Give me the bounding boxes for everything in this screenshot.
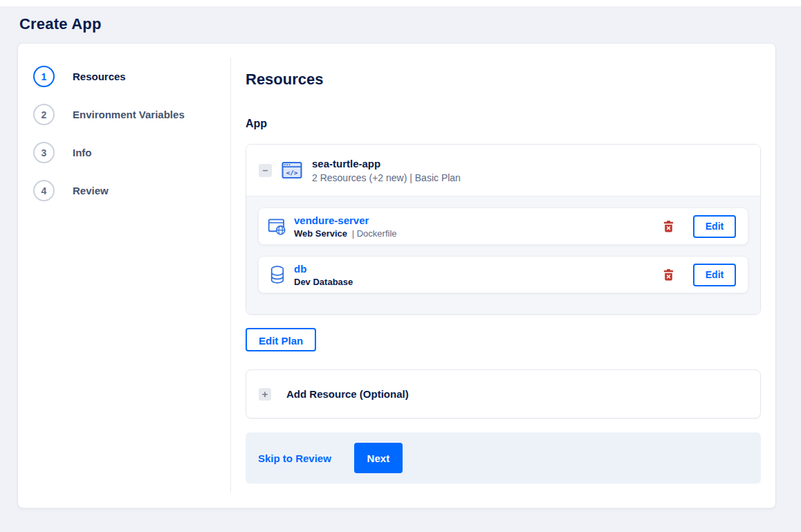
resource-name-link[interactable]: db bbox=[294, 263, 355, 275]
app-card-header: – </> sea-turtle-app 2 Resources (+2 new… bbox=[246, 145, 760, 196]
plus-icon: + bbox=[259, 388, 271, 401]
step-number-badge: 2 bbox=[33, 104, 55, 125]
resource-type: Web Service bbox=[294, 228, 347, 239]
resource-subtitle: Dev Database bbox=[294, 277, 355, 287]
resource-text: db Dev Database bbox=[294, 263, 355, 287]
resource-row: db Dev Database bbox=[258, 256, 748, 293]
database-icon bbox=[268, 266, 286, 284]
step-number-badge: 1 bbox=[33, 66, 55, 87]
page-title: Create App bbox=[0, 6, 801, 33]
app-code-window-icon: </> bbox=[282, 160, 302, 181]
delete-resource-trash-icon[interactable] bbox=[662, 268, 675, 282]
step-label: Resources bbox=[73, 71, 126, 82]
panel-heading: Resources bbox=[246, 71, 761, 89]
resource-actions: Edit bbox=[662, 264, 736, 286]
edit-plan-button[interactable]: Edit Plan bbox=[246, 328, 316, 351]
create-app-card: 1 Resources 2 Environment Variables 3 In… bbox=[17, 43, 776, 508]
resource-text: vendure-server Web Service | Dockerfile bbox=[294, 214, 397, 239]
app-section-label: App bbox=[246, 118, 761, 130]
resource-name-link[interactable]: vendure-server bbox=[294, 214, 397, 226]
add-resource-label: Add Resource (Optional) bbox=[286, 388, 409, 400]
skip-to-review-link[interactable]: Skip to Review bbox=[258, 452, 331, 464]
app-summary: 2 Resources (+2 new) | Basic Plan bbox=[312, 172, 461, 183]
resource-row: vendure-server Web Service | Dockerfile bbox=[258, 208, 748, 245]
delete-resource-trash-icon[interactable] bbox=[662, 219, 675, 234]
step-review[interactable]: 4 Review bbox=[18, 172, 230, 210]
resource-subtitle: Web Service | Dockerfile bbox=[294, 228, 397, 239]
wizard-stepper: 1 Resources 2 Environment Variables 3 In… bbox=[18, 57, 231, 493]
top-strip bbox=[0, 0, 801, 6]
step-resources[interactable]: 1 Resources bbox=[18, 57, 230, 95]
step-number-badge: 3 bbox=[33, 142, 55, 163]
add-resource-button[interactable]: + Add Resource (Optional) bbox=[246, 369, 761, 419]
app-name: sea-turtle-app bbox=[312, 158, 461, 169]
resource-source: Dockerfile bbox=[357, 228, 397, 239]
wizard-footer: Skip to Review Next bbox=[246, 432, 761, 484]
svg-text:</>: </> bbox=[286, 169, 298, 176]
app-header-text: sea-turtle-app 2 Resources (+2 new) | Ba… bbox=[312, 158, 461, 183]
app-card-body: vendure-server Web Service | Dockerfile bbox=[246, 196, 760, 314]
subtitle-separator: | bbox=[352, 228, 354, 239]
resource-type: Dev Database bbox=[294, 277, 353, 287]
step-info[interactable]: 3 Info bbox=[18, 134, 230, 172]
resource-actions: Edit bbox=[662, 215, 736, 238]
edit-resource-button[interactable]: Edit bbox=[693, 215, 736, 238]
step-number-badge: 4 bbox=[33, 180, 55, 201]
resources-panel: Resources App – </> sea-turtle-app bbox=[231, 44, 775, 508]
step-label: Info bbox=[73, 147, 92, 158]
step-label: Review bbox=[73, 185, 109, 196]
edit-resource-button[interactable]: Edit bbox=[693, 264, 736, 286]
step-label: Environment Variables bbox=[73, 109, 185, 120]
app-card: – </> sea-turtle-app 2 Resources (+2 new… bbox=[246, 144, 761, 315]
web-service-icon bbox=[268, 217, 286, 236]
next-button[interactable]: Next bbox=[354, 443, 403, 473]
collapse-minus-icon[interactable]: – bbox=[259, 164, 272, 177]
step-environment-variables[interactable]: 2 Environment Variables bbox=[18, 95, 230, 134]
